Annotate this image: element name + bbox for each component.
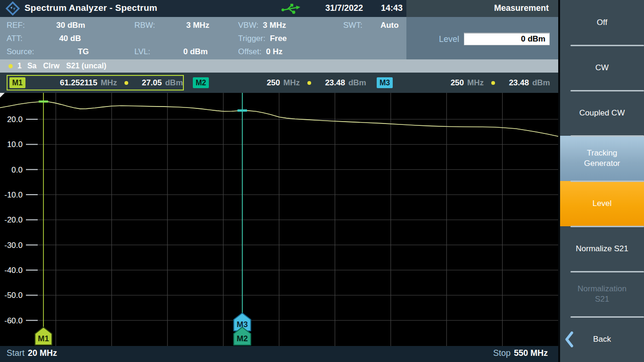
title-bar: Spectrum Analyzer - Spectrum 31/7/2022 1…: [0, 0, 406, 17]
marker-readout-m1[interactable]: M1 61.252115 MHz 27.05 dBm: [7, 75, 184, 90]
marker-flag-m1[interactable]: M1: [35, 327, 52, 345]
svg-text:0.0: 0.0: [11, 165, 23, 174]
trace-mode: Clrw: [43, 62, 59, 70]
marker2-level-unit: dBm: [348, 78, 366, 88]
marker1-level-unit: dBm: [165, 78, 183, 88]
marker-readout-m2[interactable]: M2 250 MHz 23.48 dBm: [191, 75, 366, 90]
level-input[interactable]: [464, 33, 550, 45]
measurement-panel: Level: [406, 17, 558, 59]
softkey-coupled-cw[interactable]: Coupled CW: [560, 90, 644, 136]
marker-lines: [43, 93, 242, 345]
marker3-freq-unit: MHz: [467, 78, 484, 88]
svg-text:20.0: 20.0: [7, 115, 23, 124]
marker-badge-m1[interactable]: M1: [9, 77, 25, 88]
plot-corner-mark: [0, 93, 5, 98]
rohde-schwarz-logo-icon: [6, 1, 20, 16]
softkey-normalize-s21[interactable]: Normalize S21: [560, 226, 644, 272]
swt-setting: SWT:Auto: [343, 21, 399, 30]
marker1-freq-unit: MHz: [100, 78, 117, 88]
marker1-level: 27.05: [128, 78, 162, 88]
trace-info-bar: 1 Sa Clrw S21 (uncal): [0, 59, 558, 73]
offset-setting: Offset: 0 Hz: [238, 47, 282, 57]
spectrum-chart[interactable]: 20.010.00.0-10.0-20.0-30.0-40.0-50.0-60.…: [0, 93, 558, 346]
marker-readout-bar: M1 61.252115 MHz 27.05 dBm M2 250 MHz 23…: [0, 73, 558, 93]
marker3-level-unit: dBm: [532, 78, 550, 88]
softkey-normalization-s21: Normalization S21: [560, 272, 644, 317]
trace-number: 1: [17, 62, 22, 70]
marker1-frequency: 61.252115: [25, 78, 98, 88]
marker-badge-m3[interactable]: M3: [377, 77, 393, 88]
trace1-color-dot: [8, 64, 13, 68]
separator-dot: [124, 81, 128, 85]
menu-title-header: Measurement: [406, 0, 558, 17]
ref-setting: REF:30 dBm: [7, 21, 85, 30]
trace-detector: Sa: [27, 62, 37, 70]
level-field-label: Level: [439, 34, 459, 44]
status-time: 14:43: [381, 3, 403, 13]
softkey-menu: Off CW Coupled CW Tracking Generator Lev…: [560, 0, 644, 362]
svg-text:-60.0: -60.0: [4, 316, 23, 325]
marker3-level: 23.48: [495, 78, 529, 88]
lvl-setting: LVL:0 dBm: [134, 47, 208, 57]
svg-text:-20.0: -20.0: [4, 215, 23, 224]
start-frequency: Start20 MHz: [7, 348, 57, 358]
softkey-cw[interactable]: CW: [560, 45, 644, 90]
grid-lines: [26, 93, 558, 346]
app-title: Spectrum Analyzer - Spectrum: [25, 3, 157, 13]
marker2-level: 23.48: [311, 78, 345, 88]
marker-badge-m2[interactable]: M2: [193, 77, 209, 88]
svg-text:-30.0: -30.0: [4, 241, 23, 250]
att-setting: ATT:40 dB: [7, 34, 81, 43]
softkey-off[interactable]: Off: [560, 0, 644, 45]
status-date: 31/7/2022: [325, 3, 363, 13]
frequency-axis-bar: Start20 MHz Stop550 MHz: [0, 346, 558, 362]
trigger-setting: Trigger: Free: [238, 34, 287, 43]
svg-text:-50.0: -50.0: [4, 291, 23, 300]
svg-text:M1: M1: [38, 334, 49, 343]
marker-readout-m3[interactable]: M3 250 MHz 23.48 dBm: [375, 75, 550, 90]
separator-dot: [491, 81, 495, 85]
rbw-setting: RBW:3 MHz: [134, 21, 209, 30]
softkey-back[interactable]: Back: [560, 317, 644, 362]
svg-text:M2: M2: [237, 334, 248, 343]
marker2-frequency: 250: [209, 78, 280, 88]
y-axis-labels: 20.010.00.0-10.0-20.0-30.0-40.0-50.0-60.…: [4, 115, 23, 325]
marker3-frequency: 250: [393, 78, 464, 88]
back-chevron-icon: [565, 331, 574, 347]
usb-icon: [281, 3, 301, 15]
stop-frequency: Stop550 MHz: [493, 348, 548, 358]
settings-panel: REF:30 dBm ATT:40 dB Source:TG RBW:3 MHz…: [0, 17, 406, 59]
svg-text:10.0: 10.0: [7, 140, 23, 149]
spectrum-plot-area[interactable]: 20.010.00.0-10.0-20.0-30.0-40.0-50.0-60.…: [0, 93, 558, 346]
svg-text:-40.0: -40.0: [4, 266, 23, 275]
spectrum-analyzer-screen: Spectrum Analyzer - Spectrum 31/7/2022 1…: [0, 0, 644, 362]
marker2-freq-unit: MHz: [283, 78, 300, 88]
softkey-tracking-generator[interactable]: Tracking Generator: [560, 136, 644, 181]
main-display: Spectrum Analyzer - Spectrum 31/7/2022 1…: [0, 0, 558, 362]
svg-text:-10.0: -10.0: [4, 190, 23, 199]
trace-measurement: S21 (uncal): [66, 62, 106, 70]
menu-title: Measurement: [494, 3, 549, 13]
softkey-level[interactable]: Level: [560, 181, 644, 226]
vbw-setting: VBW: 3 MHz: [238, 21, 286, 30]
separator-dot: [307, 81, 311, 85]
source-setting: Source:TG: [7, 47, 89, 57]
